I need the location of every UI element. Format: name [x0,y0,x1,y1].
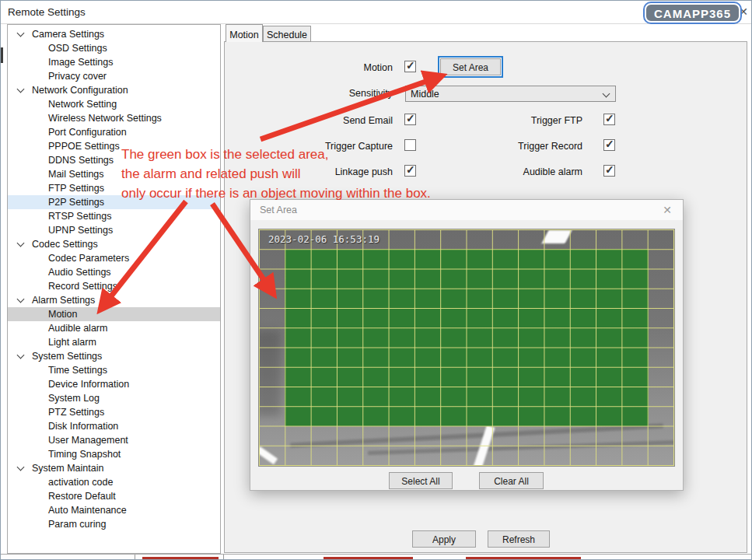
sidebar-item-label: FTP Settings [48,183,104,194]
sidebar-item-label: Privacy cover [48,71,107,82]
sidebar-item-label: System Settings [32,351,102,362]
sidebar-item-label: Auto Maintenance [48,505,127,516]
close-icon[interactable]: ✕ [739,5,748,18]
dialog-close-icon[interactable]: ✕ [663,204,672,216]
sidebar-item-label: Motion [48,309,78,320]
motion-label: Motion [363,62,393,73]
sidebar-item-motion[interactable]: Motion [8,307,220,321]
settings-tree: Camera SettingsOSD SettingsImage Setting… [7,24,221,554]
sidebar-item-rtsp-settings[interactable]: RTSP Settings [8,209,220,223]
sidebar-item-audible-alarm[interactable]: Audible alarm [8,321,220,335]
sidebar-item-system-settings[interactable]: System Settings [8,349,220,363]
cutoff-divider [135,555,135,560]
linkage-push-label: Linkage push [335,166,393,177]
camapp365-badge: CAMAPP365 [645,3,740,23]
sidebar-item-system-maintain[interactable]: System Maintain [8,461,220,475]
trigger-record-checkbox[interactable] [603,139,615,151]
send-email-checkbox[interactable] [404,114,416,125]
camera-preview: 2023-02-06 16:53:19 [258,229,675,467]
sidebar-item-label: Network Configuration [32,85,128,96]
chevron-down-icon [17,239,25,247]
sidebar-item-codec-parameters[interactable]: Codec Parameters [8,251,220,265]
sidebar-item-user-management[interactable]: User Management [8,433,220,447]
sidebar-item-label: PPPOE Settings [48,141,120,152]
sidebar-item-codec-settings[interactable]: Codec Settings [8,237,220,251]
sidebar-item-label: UPNP Settings [48,225,113,236]
sidebar-item-audio-settings[interactable]: Audio Settings [8,265,220,279]
remote-settings-window: Remote Settings ✕ CAMAPP365 Camera Setti… [0,0,752,560]
set-area-button[interactable]: Set Area [440,58,501,75]
sidebar-item-network-configuration[interactable]: Network Configuration [8,83,220,97]
sidebar-item-ptz-settings[interactable]: PTZ Settings [8,405,220,419]
select-all-button[interactable]: Select All [389,472,453,489]
motion-grid[interactable] [259,229,674,466]
tab-schedule[interactable]: Schedule [263,26,311,42]
sidebar-item-upnp-settings[interactable]: UPNP Settings [8,223,220,237]
clear-all-button[interactable]: Clear All [479,472,544,489]
sensitivity-dropdown[interactable]: Middle [405,86,616,102]
sidebar-item-label: Device Information [48,379,129,390]
sidebar-item-label: Network Setting [48,99,117,110]
apply-button[interactable]: Apply [412,530,476,548]
annotation-line-1: The green box is the selected area, [121,147,329,163]
sidebar-item-device-information[interactable]: Device Information [8,377,220,391]
sidebar-item-system-log[interactable]: System Log [8,391,220,405]
tab-motion[interactable]: Motion [226,24,263,42]
refresh-button[interactable]: Refresh [488,530,550,548]
sidebar-item-label: Alarm Settings [32,295,95,306]
sidebar-item-timing-snapshot[interactable]: Timing Snapshot [8,447,220,461]
sensitivity-value: Middle [411,89,439,100]
sidebar-item-label: Light alarm [48,337,96,348]
sensitivity-label: Sensitivity [349,88,393,99]
sidebar-item-label: PTZ Settings [48,407,104,418]
trigger-ftp-checkbox[interactable] [603,114,615,125]
sidebar-item-label: OSD Settings [48,43,107,54]
sidebar-item-label: Timing Snapshot [48,449,121,460]
sidebar-item-osd-settings[interactable]: OSD Settings [8,41,220,55]
sidebar-item-label: Codec Parameters [48,253,129,264]
motion-checkbox[interactable] [404,61,416,72]
sidebar-item-privacy-cover[interactable]: Privacy cover [8,69,220,83]
sidebar-item-label: Codec Settings [32,239,98,250]
cutoff-artifact [324,557,413,560]
sidebar-item-light-alarm[interactable]: Light alarm [8,335,220,349]
sidebar-item-time-settings[interactable]: Time Settings [8,363,220,377]
sidebar-item-restore-default[interactable]: Restore Default [8,489,220,503]
sidebar-item-label: User Management [48,435,128,446]
trigger-record-label: Trigger Record [518,141,582,152]
sidebar-item-label: DDNS Settings [48,155,114,166]
sidebar-item-label: RTSP Settings [48,211,112,222]
sidebar-item-label: Param curing [48,519,106,530]
timestamp-overlay: 2023-02-06 16:53:19 [268,233,379,245]
cutoff-divider [223,555,224,560]
sidebar-item-label: Record Settings [48,281,117,292]
sidebar-item-label: Restore Default [48,491,116,502]
audible-alarm-checkbox[interactable] [603,165,615,177]
sidebar-item-label: System Maintain [32,463,103,474]
trigger-capture-label: Trigger Capture [325,141,393,152]
sidebar-item-camera-settings[interactable]: Camera Settings [8,27,220,41]
linkage-push-checkbox[interactable] [404,165,416,177]
sidebar-item-label: Wireless Network Settings [48,113,162,124]
sidebar-item-network-setting[interactable]: Network Setting [8,97,220,111]
annotation-line-3: only occur if there is an object moving … [121,186,431,201]
window-title: Remote Settings [8,6,86,18]
sidebar-item-label: Time Settings [48,365,107,376]
sidebar-item-wireless-network-settings[interactable]: Wireless Network Settings [8,111,220,125]
sidebar-item-label: Audio Settings [48,267,111,278]
sidebar-item-image-settings[interactable]: Image Settings [8,55,220,69]
sidebar-item-port-configuration[interactable]: Port Configuration [8,125,220,139]
trigger-capture-checkbox[interactable] [404,139,416,151]
sidebar-item-activation-code[interactable]: activation code [8,475,220,489]
chevron-down-icon [17,463,25,471]
set-area-dialog-titlebar[interactable]: Set Area ✕ [250,200,683,220]
sidebar-item-param-curing[interactable]: Param curing [8,517,220,531]
sidebar-item-label: P2P Settings [48,197,104,208]
sidebar-item-auto-maintenance[interactable]: Auto Maintenance [8,503,220,517]
sidebar-item-alarm-settings[interactable]: Alarm Settings [8,293,220,307]
sidebar-item-label: activation code [48,477,113,488]
sidebar-item-disk-information[interactable]: Disk Information [8,419,220,433]
sidebar-item-record-settings[interactable]: Record Settings [8,279,220,293]
sidebar-item-label: System Log [48,393,100,404]
chevron-down-icon [17,85,25,93]
